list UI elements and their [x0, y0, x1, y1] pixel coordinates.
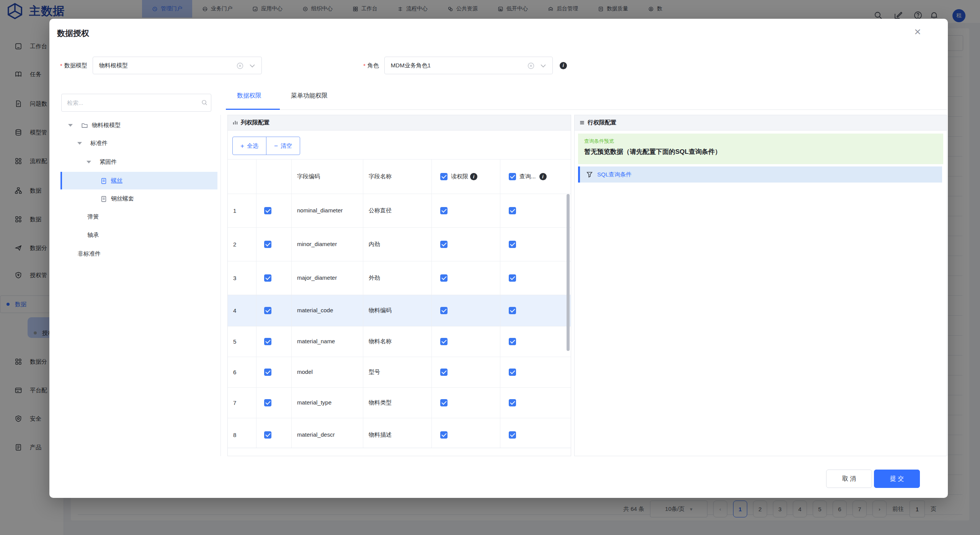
read-checkbox[interactable] [440, 399, 448, 406]
read-checkbox[interactable] [440, 241, 448, 248]
tree-node-nonstandard-parts[interactable]: 非标准件 [78, 245, 101, 263]
field-code: material_code [292, 295, 363, 326]
read-column-checkbox[interactable] [440, 173, 448, 180]
row-checkbox[interactable] [264, 307, 271, 314]
query-preview-box: 查询条件预览 暂无预览数据（请先配置下面的SQL查询条件） [578, 134, 943, 164]
query-checkbox[interactable] [509, 431, 516, 439]
tree-node-screw[interactable]: 螺丝 [100, 172, 122, 189]
caret-down-icon[interactable] [77, 142, 82, 145]
read-checkbox[interactable] [440, 338, 448, 345]
query-checkbox[interactable] [509, 207, 516, 214]
read-checkbox[interactable] [440, 431, 448, 439]
query-column-checkbox[interactable] [509, 173, 516, 180]
field-code: nominal_diameter [292, 194, 363, 227]
table-row: 6 model 型号 [228, 357, 571, 388]
tree-node-fasteners[interactable]: 紧固件 [87, 153, 117, 171]
col-header-read: 读权限 [432, 160, 500, 194]
caret-down-icon[interactable] [87, 161, 91, 163]
funnel-icon [586, 171, 593, 178]
query-preview-empty-text: 暂无预览数据（请先配置下面的SQL查询条件） [584, 147, 937, 156]
clear-icon[interactable] [527, 62, 535, 70]
read-info-icon[interactable] [470, 173, 477, 180]
row-checkbox[interactable] [264, 399, 271, 406]
query-checkbox[interactable] [509, 307, 516, 314]
tree-node-bearing[interactable]: 轴承 [87, 227, 99, 244]
role-info-icon[interactable] [560, 62, 567, 69]
col-header-query: 查询... [500, 160, 571, 194]
field-name: 外劲 [363, 261, 432, 295]
modal-title: 数据授权 [57, 28, 89, 39]
select-all-button[interactable]: + 全选 [232, 137, 266, 155]
query-info-icon[interactable] [539, 173, 547, 180]
chevron-down-icon [249, 63, 255, 69]
table-row: 5 material_name 物料名称 [228, 326, 571, 357]
close-icon[interactable]: × [910, 24, 925, 39]
table-row: 3 major_diameter 外劲 [228, 261, 571, 295]
role-label: 角色 [368, 62, 379, 69]
plus-icon: + [240, 143, 244, 149]
field-code: material_name [292, 326, 363, 357]
query-checkbox[interactable] [509, 369, 516, 376]
query-checkbox[interactable] [509, 399, 516, 406]
field-name: 物料类型 [363, 388, 432, 418]
clear-button[interactable]: − 清空 [266, 137, 300, 155]
tree-node-wire-thread-insert[interactable]: 钢丝螺套 [100, 190, 134, 207]
screen: 主数据 管理门户 业务门户 应用中心 组织中心 工作台 流程中心 [0, 0, 980, 535]
col-header-name: 字段名称 [363, 160, 432, 194]
table-row: 1 nominal_diameter 公称直径 [228, 194, 571, 228]
chevron-down-icon [540, 63, 546, 69]
field-code: minor_diameter [292, 228, 363, 261]
tree-search-input[interactable] [61, 94, 211, 112]
table-row-clipped: 8 material_descr 物料描述 [228, 418, 571, 448]
tree-panel-divider [220, 115, 221, 456]
query-checkbox[interactable] [509, 338, 516, 345]
sql-condition-link[interactable]: SQL查询条件 [578, 166, 942, 183]
data-model-field-group: * 数据模型 物料根模型 [60, 57, 262, 74]
role-select[interactable]: MDM业务角色1 [384, 57, 553, 74]
clear-icon[interactable] [236, 62, 244, 70]
query-checkbox[interactable] [509, 241, 516, 248]
tab-data-permission[interactable]: 数据权限 [237, 92, 261, 100]
role-field-group: * 角色 MDM业务角色1 [363, 57, 567, 74]
read-checkbox[interactable] [440, 307, 448, 314]
data-model-label: 数据模型 [64, 62, 87, 69]
tree-node-standard-parts[interactable]: 标准件 [77, 135, 108, 152]
submit-button[interactable]: 提 交 [874, 470, 920, 488]
table-scrollbar[interactable] [567, 194, 570, 351]
row-panel-header: 行权限配置 [575, 115, 947, 130]
table-row-highlighted: 4 material_code 物料编码 [228, 295, 571, 326]
field-code: model [292, 357, 363, 387]
active-tab-indicator [226, 109, 280, 110]
col-header-code: 字段编码 [292, 160, 363, 194]
data-model-select[interactable]: 物料根模型 [93, 57, 262, 74]
query-preview-label: 查询条件预览 [584, 138, 937, 145]
query-checkbox[interactable] [509, 274, 516, 282]
search-icon [201, 99, 208, 106]
tree-selected-row-bg [60, 172, 217, 189]
row-checkbox[interactable] [264, 207, 271, 214]
tree-node-spring[interactable]: 弹簧 [87, 208, 99, 225]
field-name: 公称直径 [363, 194, 432, 227]
table-row: 7 material_type 物料类型 [228, 388, 571, 418]
read-checkbox[interactable] [440, 274, 448, 282]
required-asterisk: * [60, 62, 62, 69]
minus-icon: − [274, 143, 278, 149]
field-name: 物料名称 [363, 326, 432, 357]
column-panel-header: 列权限配置 [228, 115, 571, 130]
read-checkbox[interactable] [440, 369, 448, 376]
tree-node-material-root[interactable]: 物料根模型 [68, 117, 121, 134]
row-checkbox[interactable] [264, 241, 271, 248]
cancel-button[interactable]: 取 消 [826, 470, 872, 488]
table-header-row: 字段编码 字段名称 读权限 查询... [228, 160, 571, 194]
row-checkbox[interactable] [264, 431, 271, 439]
row-permission-panel: 行权限配置 查询条件预览 暂无预览数据（请先配置下面的SQL查询条件） SQL查… [574, 115, 947, 456]
field-name: 型号 [363, 357, 432, 387]
row-checkbox[interactable] [264, 369, 271, 376]
field-name: 物料编码 [363, 295, 432, 326]
read-checkbox[interactable] [440, 207, 448, 214]
tab-menu-permission[interactable]: 菜单功能权限 [291, 92, 328, 100]
document-icon [100, 178, 107, 184]
row-checkbox[interactable] [264, 274, 271, 282]
caret-down-icon[interactable] [68, 124, 73, 127]
row-checkbox[interactable] [264, 338, 271, 345]
